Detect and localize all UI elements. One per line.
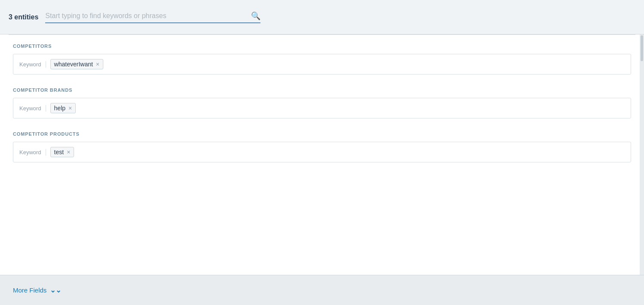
keyword-row-competitor-products: Keyword test × [13, 142, 631, 162]
search-bar: 3 entities 🔍 [0, 0, 644, 34]
scrollbar-thumb[interactable] [641, 35, 643, 61]
chevron-down-icon: ⌄⌄ [50, 286, 61, 294]
more-fields-button[interactable]: More Fields ⌄⌄ [13, 286, 61, 294]
keyword-tag-text-competitors-0: whateverIwant [54, 61, 93, 68]
entities-count: 3 entities [9, 13, 38, 21]
section-title-competitor-brands: COMPETITOR BRANDS [13, 87, 631, 93]
keyword-tag-competitors-0: whateverIwant × [50, 59, 103, 69]
search-icon: 🔍 [251, 11, 260, 21]
keyword-tag-competitor-brands-0: help × [50, 103, 76, 113]
section-competitor-brands: COMPETITOR BRANDS Keyword help × [0, 79, 644, 123]
main-content: COMPETITORS Keyword whateverIwant × COMP… [0, 34, 644, 275]
bottom-bar: More Fields ⌄⌄ [0, 275, 644, 305]
section-title-competitor-products: COMPETITOR PRODUCTS [13, 131, 631, 137]
keyword-label-competitor-products: Keyword [19, 149, 46, 156]
keyword-tag-text-competitor-products-0: test [54, 149, 64, 156]
keyword-row-competitor-brands: Keyword help × [13, 98, 631, 118]
keyword-tag-text-competitor-brands-0: help [54, 105, 65, 112]
main-container: 3 entities 🔍 COMPETITORS Keyword whateve… [0, 0, 644, 305]
section-competitors: COMPETITORS Keyword whateverIwant × [0, 35, 644, 79]
search-input[interactable] [45, 12, 248, 20]
more-fields-label: More Fields [13, 286, 46, 294]
keyword-label-competitors: Keyword [19, 61, 46, 68]
keyword-row-competitors: Keyword whateverIwant × [13, 54, 631, 75]
scrollbar-track[interactable] [640, 34, 644, 275]
search-wrapper: 🔍 [45, 11, 260, 23]
remove-tag-competitor-products-0[interactable]: × [67, 149, 70, 155]
section-title-competitors: COMPETITORS [13, 44, 631, 49]
section-competitor-products: COMPETITOR PRODUCTS Keyword test × [0, 123, 644, 167]
remove-tag-competitors-0[interactable]: × [96, 61, 99, 67]
remove-tag-competitor-brands-0[interactable]: × [68, 105, 72, 111]
keyword-tag-competitor-products-0: test × [50, 147, 74, 157]
keyword-label-competitor-brands: Keyword [19, 105, 46, 112]
